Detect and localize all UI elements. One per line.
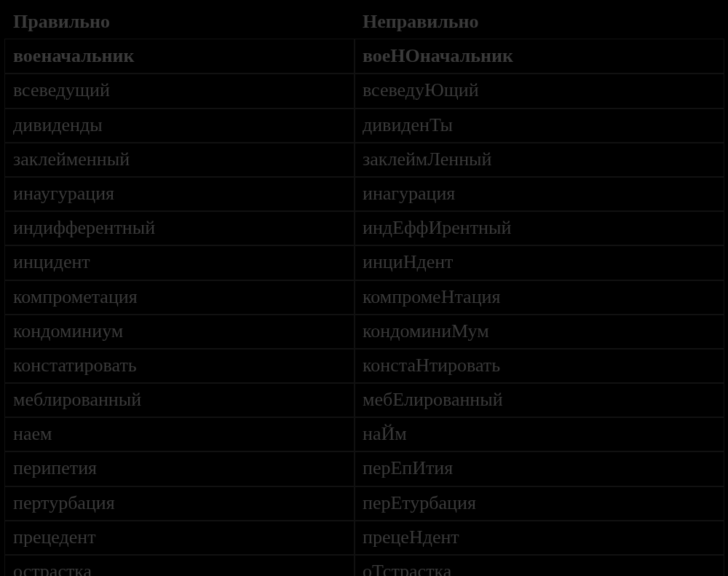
cell-incorrect: инагурация: [355, 177, 724, 211]
cell-correct: острастка: [5, 555, 355, 576]
cell-correct: инцидент: [5, 245, 355, 280]
cell-incorrect: перЕпИтия: [355, 451, 724, 486]
cell-correct: дивиденды: [5, 109, 355, 143]
table-row: перипетияперЕпИтия: [5, 451, 724, 486]
table-row: заклейменныйзаклеймЛенный: [5, 143, 724, 177]
cell-incorrect: индЕффИрентный: [355, 211, 724, 245]
cell-correct: заклейменный: [5, 143, 355, 177]
header-correct: Правильно: [5, 5, 355, 40]
table-row: дивидендыдивиденТы: [5, 109, 724, 143]
cell-incorrect: заклеймЛенный: [355, 143, 724, 177]
cell-incorrect: кондоминиМум: [355, 315, 724, 349]
cell-incorrect: воеНОначальник: [355, 39, 724, 74]
table-row: кондоминиумкондоминиМум: [5, 315, 724, 349]
cell-incorrect: констаНтировать: [355, 349, 724, 383]
cell-incorrect: наЙм: [355, 417, 724, 451]
table-row: инцидентинциНдент: [5, 245, 724, 280]
cell-correct: кондоминиум: [5, 315, 355, 349]
cell-correct: компрометация: [5, 280, 355, 315]
table-row: компрометациякомпромеНтация: [5, 280, 724, 315]
cell-incorrect: компромеНтация: [355, 280, 724, 315]
cell-correct: констатировать: [5, 349, 355, 383]
table-row: острасткаоТстрастка: [5, 555, 724, 576]
cell-correct: прецедент: [5, 521, 355, 555]
cell-correct: инаугурация: [5, 177, 355, 211]
cell-correct: индифферентный: [5, 211, 355, 245]
cell-incorrect: дивиденТы: [355, 109, 724, 143]
table-row: индифферентныйиндЕффИрентный: [5, 211, 724, 245]
cell-correct: пертурбация: [5, 486, 355, 521]
header-incorrect: Неправильно: [355, 5, 724, 40]
table-row: пертурбацияперЕтурбация: [5, 486, 724, 521]
table-row: инаугурацияинагурация: [5, 177, 724, 211]
cell-correct: всеведущий: [5, 74, 355, 108]
spelling-table: Правильно Неправильно военачальниквоеНОн…: [4, 4, 724, 576]
cell-incorrect: инциНдент: [355, 245, 724, 280]
table-row: меблированныймебЕлированный: [5, 383, 724, 417]
table-header-row: Правильно Неправильно: [5, 5, 724, 40]
cell-incorrect: всеведуЮщий: [355, 74, 724, 108]
cell-correct: наем: [5, 417, 355, 451]
table-row: наемнаЙм: [5, 417, 724, 451]
table-row: констатироватьконстаНтировать: [5, 349, 724, 383]
table-row: всеведущийвсеведуЮщий: [5, 74, 724, 108]
cell-incorrect: оТстрастка: [355, 555, 724, 576]
table-row: военачальниквоеНОначальник: [5, 39, 724, 74]
cell-incorrect: перЕтурбация: [355, 486, 724, 521]
cell-correct: перипетия: [5, 451, 355, 486]
cell-correct: военачальник: [5, 39, 355, 74]
table-row: прецедентпрецеНдент: [5, 521, 724, 555]
cell-incorrect: прецеНдент: [355, 521, 724, 555]
cell-incorrect: мебЕлированный: [355, 383, 724, 417]
cell-correct: меблированный: [5, 383, 355, 417]
